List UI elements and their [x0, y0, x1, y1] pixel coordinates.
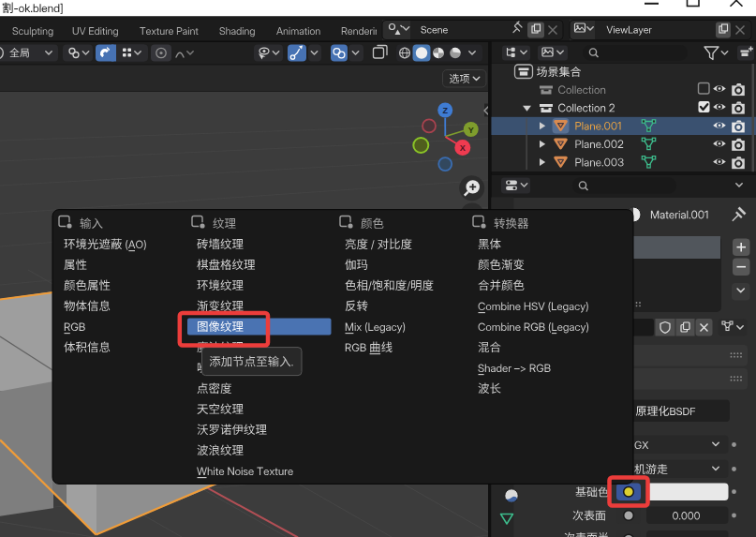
svg-text:X: X: [460, 143, 466, 153]
svg-text:Y: Y: [468, 126, 474, 135]
svg-text:Z: Z: [442, 106, 448, 115]
